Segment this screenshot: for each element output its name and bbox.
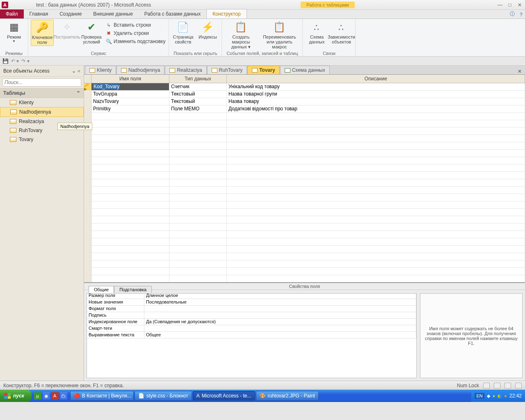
cell-data-type[interactable]: Текстовый bbox=[169, 98, 227, 105]
view-button[interactable]: ▦ Режим ▼ bbox=[2, 20, 25, 44]
cell-data-type[interactable]: Текстовый bbox=[169, 91, 227, 98]
cell-field-name[interactable]: TovGruppa bbox=[91, 91, 169, 98]
tray-icon-1[interactable]: ◆ bbox=[487, 393, 490, 399]
modify-lookup-button[interactable]: 🔍Изменить подстановку bbox=[105, 38, 166, 45]
help-question-icon[interactable]: ? bbox=[517, 11, 525, 18]
doctab-схема-данных[interactable]: Схема данных bbox=[280, 66, 330, 74]
indexes-button[interactable]: ⚡ Индексы bbox=[196, 20, 219, 40]
view-chart-button[interactable] bbox=[515, 383, 522, 388]
field-row-empty[interactable] bbox=[84, 150, 525, 157]
delete-rows-button[interactable]: ✖Удалить строки bbox=[105, 30, 166, 37]
dropdown-icon[interactable]: ⌄ bbox=[72, 68, 76, 74]
field-row-empty[interactable] bbox=[84, 120, 525, 128]
header-field-name[interactable]: Имя поля bbox=[91, 75, 169, 83]
utorrent-icon[interactable]: µ bbox=[34, 392, 41, 399]
header-description[interactable]: Описание bbox=[227, 75, 525, 83]
tray-icon-4[interactable]: ● bbox=[504, 393, 507, 398]
field-row-empty[interactable] bbox=[84, 238, 525, 246]
prop-value[interactable]: Длинное целое bbox=[144, 292, 416, 299]
cell-field-name[interactable]: Kod_Tovary bbox=[91, 83, 169, 90]
explorer-icon[interactable]: 🗀 bbox=[60, 392, 67, 399]
prop-value[interactable]: Общее bbox=[144, 332, 416, 338]
taskbar-task[interactable]: 📄style.css - Блокнот bbox=[135, 391, 192, 401]
view-design-button[interactable] bbox=[494, 383, 500, 388]
prop-value[interactable] bbox=[144, 312, 416, 319]
field-row[interactable]: TovGruppaТекстовыйНазва товарної групи bbox=[84, 91, 525, 98]
primary-key-button[interactable]: 🔑 Ключевое поле bbox=[31, 20, 54, 46]
taskbar-task[interactable]: 🎨ruhtovar2.JPG - Paint bbox=[256, 391, 319, 401]
cell-field-name[interactable]: NazvTovary bbox=[91, 98, 169, 105]
navitem-tovary[interactable]: Tovary bbox=[0, 135, 84, 144]
chrome-icon[interactable]: ◉ bbox=[43, 392, 50, 399]
navitem-nadhodjennya[interactable]: Nadhodjennya bbox=[0, 107, 84, 117]
redo-icon[interactable]: ↷ ▾ bbox=[21, 58, 29, 64]
prop-value[interactable]: Последовательные bbox=[144, 299, 416, 306]
object-deps-button[interactable]: ⛬ Зависимости объектов bbox=[330, 20, 353, 45]
doctab-realizaciya[interactable]: Realizaciya bbox=[165, 66, 206, 74]
field-row[interactable]: NazvTovaryТекстовыйНазва товару bbox=[84, 98, 525, 105]
relationships-button[interactable]: ⛬ Схема данных bbox=[305, 20, 328, 45]
cell-field-name[interactable]: Primitky bbox=[91, 105, 169, 112]
field-row[interactable]: PrimitkyПоле МЕМОДодаткові відомості про… bbox=[84, 105, 525, 113]
insert-rows-button[interactable]: ↳Вставить строки bbox=[105, 21, 166, 29]
cell-description[interactable]: Назва товарної групи bbox=[227, 91, 525, 98]
field-row[interactable]: 🔑▶Kod_TovaryСчетчикУнікальний код товару bbox=[84, 83, 525, 91]
tray-icon-2[interactable]: ● bbox=[493, 393, 495, 398]
field-row-empty[interactable] bbox=[84, 128, 525, 135]
field-row-empty[interactable] bbox=[84, 187, 525, 194]
taskbar-task[interactable]: AMicrosoft Access - te... bbox=[193, 391, 255, 401]
doctab-nadhodjennya[interactable]: Nadhodjennya bbox=[116, 66, 164, 74]
field-row-empty[interactable] bbox=[84, 194, 525, 201]
field-row-empty[interactable] bbox=[84, 157, 525, 164]
collapse-icon[interactable]: « bbox=[78, 68, 80, 74]
undo-icon[interactable]: ↶ ▾ bbox=[11, 58, 19, 64]
validation-button[interactable]: ✔ Проверка условий bbox=[80, 20, 103, 45]
view-datasheet-button[interactable] bbox=[483, 383, 490, 388]
builder-button[interactable]: ✧ Построитель bbox=[55, 20, 78, 40]
field-row-empty[interactable] bbox=[84, 246, 525, 253]
start-button[interactable]: пуск bbox=[0, 390, 32, 402]
doctab-tovary[interactable]: Tovary bbox=[247, 66, 279, 74]
prop-value[interactable] bbox=[144, 306, 416, 312]
language-indicator[interactable]: EN bbox=[475, 393, 484, 399]
row-selector[interactable]: 🔑▶ bbox=[84, 83, 91, 90]
save-icon[interactable]: 💾 bbox=[2, 58, 9, 64]
row-selector[interactable] bbox=[84, 98, 91, 105]
field-row-empty[interactable] bbox=[84, 268, 525, 275]
cell-description[interactable]: Унікальний код товару bbox=[227, 83, 525, 90]
tab-external-data[interactable]: Внешние данные bbox=[87, 9, 139, 18]
field-row-empty[interactable] bbox=[84, 216, 525, 224]
help-icon[interactable]: ⓘ bbox=[507, 10, 517, 18]
clock[interactable]: 22:42 bbox=[509, 393, 522, 399]
view-pivot-button[interactable] bbox=[504, 383, 511, 388]
doctab-klienty[interactable]: Klienty bbox=[85, 66, 116, 74]
field-row-empty[interactable] bbox=[84, 135, 525, 142]
field-row-empty[interactable] bbox=[84, 172, 525, 179]
field-row-empty[interactable] bbox=[84, 260, 525, 268]
field-row-empty[interactable] bbox=[84, 275, 525, 282]
field-row-empty[interactable] bbox=[84, 224, 525, 231]
cell-data-type[interactable]: Поле МЕМО bbox=[169, 105, 227, 112]
create-macros-button[interactable]: 📋 Создать макросы данных ▾ bbox=[224, 20, 257, 50]
navpane-header[interactable]: Все объекты Access ⌄« bbox=[0, 66, 84, 77]
minimize-button[interactable]: — bbox=[496, 2, 504, 8]
field-row-empty[interactable] bbox=[84, 201, 525, 209]
prop-value[interactable]: Да (Совпадения не допускаются) bbox=[144, 319, 416, 325]
tab-create[interactable]: Создание bbox=[54, 9, 87, 18]
restore-button[interactable]: □ bbox=[506, 2, 514, 8]
fp-tab-general[interactable]: Общие bbox=[89, 286, 114, 293]
field-row-empty[interactable] bbox=[84, 179, 525, 187]
navgroup-tables[interactable]: Таблицы⌃ bbox=[0, 88, 84, 98]
close-tab-button[interactable]: ✕ bbox=[514, 68, 525, 74]
field-row-empty[interactable] bbox=[84, 142, 525, 150]
cell-data-type[interactable]: Счетчик bbox=[169, 83, 227, 90]
header-data-type[interactable]: Тип данных bbox=[169, 75, 227, 83]
tab-home[interactable]: Главная bbox=[24, 9, 54, 18]
tab-database-tools[interactable]: Работа с базами данных bbox=[139, 9, 206, 18]
cell-description[interactable]: Додаткові відомості про товар bbox=[227, 105, 525, 112]
row-selector[interactable] bbox=[84, 105, 91, 112]
rename-delete-macro-button[interactable]: 📋 Переименовать или удалить макрос bbox=[259, 20, 300, 50]
field-row-empty[interactable] bbox=[84, 253, 525, 260]
property-sheet-button[interactable]: 📄 Страница свойств bbox=[171, 20, 194, 45]
navitem-klienty[interactable]: Klienty bbox=[0, 98, 84, 107]
